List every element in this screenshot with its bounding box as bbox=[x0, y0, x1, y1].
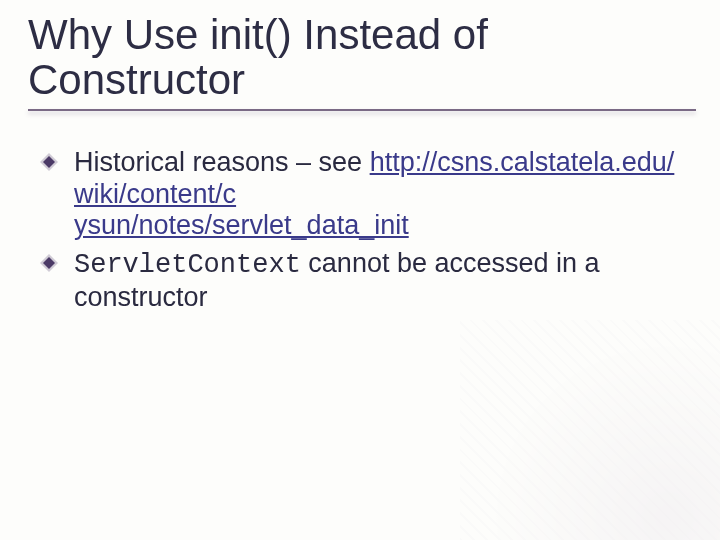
diamond-bullet-icon bbox=[40, 254, 58, 272]
slide-title: Why Use init() Instead of Constructor bbox=[0, 0, 720, 105]
bullet-item: Historical reasons – see http://csns.cal… bbox=[74, 147, 690, 243]
slide: Why Use init() Instead of Constructor Hi… bbox=[0, 0, 720, 540]
slide-body: Historical reasons – see http://csns.cal… bbox=[0, 111, 720, 314]
bullet-item: ServletContext cannot be accessed in a c… bbox=[74, 248, 690, 314]
title-line-1: Why Use init() Instead of bbox=[28, 11, 488, 58]
background-texture bbox=[460, 320, 720, 540]
code-text: ServletContext bbox=[74, 250, 301, 280]
diamond-bullet-icon bbox=[40, 153, 58, 171]
title-line-2: Constructor bbox=[28, 56, 245, 103]
bullet-text-pre: Historical reasons – see bbox=[74, 147, 370, 177]
link-text-line2: ysun/notes/servlet_data_init bbox=[74, 210, 409, 240]
